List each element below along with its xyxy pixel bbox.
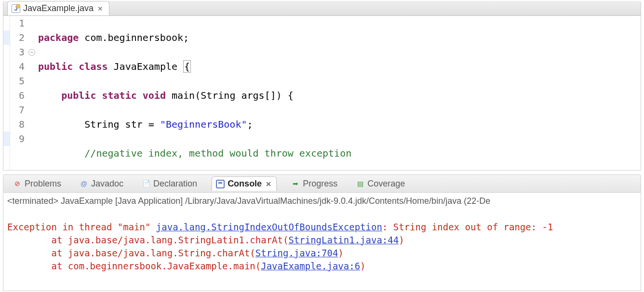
console-output[interactable]: <terminated> JavaExample [Java Applicati…: [3, 193, 641, 291]
coverage-icon: ▤: [356, 179, 364, 188]
code-area[interactable]: 1 2 3 4 5 6 7 8 9 − package com.beginner…: [3, 16, 641, 171]
fold-collapse-icon[interactable]: −: [28, 49, 35, 56]
marker-gutter: [3, 16, 10, 171]
tab-progress[interactable]: ➡ Progress: [287, 177, 341, 191]
tab-progress-label: Progress: [303, 179, 337, 189]
tab-problems-label: Problems: [25, 179, 61, 189]
stacktrace-link[interactable]: String.java:704: [255, 248, 338, 258]
close-icon[interactable]: ✕: [265, 180, 272, 188]
view-tab-bar: ⊘ Problems @ Javadoc 📄 Declaration Conso…: [3, 174, 641, 193]
java-file-icon: J: [12, 4, 20, 13]
code-content[interactable]: package com.beginnersbook; public class …: [38, 16, 641, 171]
editor-tab-javaexample[interactable]: J JavaExample.java ✕: [7, 1, 109, 15]
stacktrace-link[interactable]: JavaExample.java:6: [261, 261, 360, 271]
progress-icon: ➡: [291, 179, 300, 188]
declaration-icon: 📄: [142, 179, 150, 188]
console-icon: [216, 180, 225, 188]
javadoc-icon: @: [80, 179, 88, 188]
bottom-pane: ⊘ Problems @ Javadoc 📄 Declaration Conso…: [3, 174, 641, 291]
tab-console-label: Console: [228, 179, 262, 189]
line-number-gutter: 1 2 3 4 5 6 7 8 9: [10, 16, 27, 171]
stacktrace-link[interactable]: java.lang.StringIndexOutOfBoundsExceptio…: [156, 222, 382, 232]
editor-tab-bar: J JavaExample.java ✕: [3, 1, 641, 16]
tab-javadoc-label: Javadoc: [91, 179, 123, 189]
tab-console[interactable]: Console ✕: [212, 176, 277, 191]
tab-javadoc[interactable]: @ Javadoc: [76, 177, 127, 191]
tab-coverage-label: Coverage: [367, 179, 405, 189]
stacktrace-link[interactable]: StringLatin1.java:44: [288, 235, 399, 245]
editor-pane: J JavaExample.java ✕ 1 2 3 4 5 6 7 8 9 −…: [3, 1, 641, 171]
editor-tab-label: JavaExample.java: [23, 3, 94, 13]
problems-icon: ⊘: [13, 179, 22, 188]
console-process-line: <terminated> JavaExample [Java Applicati…: [7, 195, 637, 208]
console-error-line: Exception in thread "main": [7, 222, 156, 232]
fold-gutter: −: [27, 16, 38, 171]
tab-coverage[interactable]: ▤ Coverage: [352, 177, 409, 191]
tab-declaration-label: Declaration: [153, 179, 197, 189]
tab-declaration[interactable]: 📄 Declaration: [138, 177, 201, 191]
close-icon[interactable]: ✕: [96, 5, 104, 13]
tab-problems[interactable]: ⊘ Problems: [9, 177, 65, 191]
